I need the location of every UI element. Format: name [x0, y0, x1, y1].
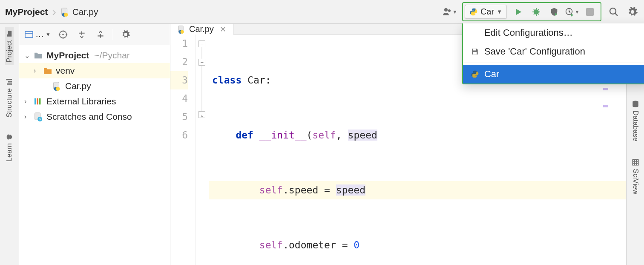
marker[interactable]	[603, 88, 608, 90]
save-icon	[471, 47, 479, 56]
chevron-down-icon: ⌄	[24, 52, 30, 60]
svg-point-18	[56, 87, 60, 91]
svg-rect-12	[6, 79, 12, 80]
folder-icon	[34, 52, 43, 59]
expand-icon[interactable]	[75, 28, 88, 41]
run-config-menu: Edit Configurations… Save 'Car' Configur…	[462, 23, 644, 84]
database-icon	[632, 100, 639, 108]
learn-icon	[6, 133, 13, 141]
top-bar: MyProject › Car.py ▼ Car ▼	[0, 0, 644, 24]
svg-point-9	[610, 8, 616, 14]
rail-sciview[interactable]: SciView	[631, 156, 640, 197]
stop-button[interactable]	[584, 6, 596, 18]
left-rail: Project Structure Learn	[0, 24, 19, 265]
svg-point-3	[444, 8, 448, 12]
chevron-down-icon: ▼	[46, 32, 51, 37]
tree-scratches[interactable]: › Scratches and Conso	[19, 109, 170, 124]
user-icon[interactable]: ▼	[443, 6, 456, 18]
rail-structure[interactable]: Structure	[5, 75, 14, 120]
folder-icon	[43, 67, 52, 75]
chevron-down-icon: ▼	[497, 9, 502, 15]
fold-toggle[interactable]: −	[198, 59, 205, 66]
fold-end[interactable]: ⌞	[198, 111, 205, 118]
rail-database[interactable]: Database	[631, 98, 640, 144]
window-icon	[24, 31, 34, 38]
coverage-button[interactable]	[548, 6, 561, 18]
python-icon	[469, 8, 478, 16]
collapse-icon[interactable]	[94, 28, 107, 41]
tree-external-libs[interactable]: › External Libraries	[19, 94, 170, 109]
scratch-icon	[34, 112, 43, 121]
separator	[113, 29, 113, 40]
save-configuration-item[interactable]: Save 'Car' Configuration	[463, 42, 644, 61]
chevron-right-icon: ›	[24, 98, 30, 105]
project-panel: … ▼ ⌄ MyProject ~/Pychar › venv	[19, 24, 170, 265]
svg-rect-13	[25, 31, 33, 37]
profile-button[interactable]: ▼	[566, 6, 578, 18]
breadcrumb-file[interactable]: Car.py	[60, 7, 98, 17]
top-actions: ▼ Car ▼ ▼	[443, 2, 639, 21]
svg-rect-19	[34, 98, 36, 105]
marker[interactable]	[603, 105, 608, 107]
run-config-group: Car ▼ ▼ Edit Configurations…	[462, 2, 601, 21]
project-view-selector[interactable]: … ▼	[24, 29, 51, 39]
svg-point-4	[448, 9, 451, 12]
tree-venv[interactable]: › venv	[19, 63, 170, 78]
python-file-icon	[52, 81, 62, 91]
chevron-right-icon: ›	[34, 67, 40, 75]
svg-rect-11	[8, 81, 12, 82]
svg-rect-21	[39, 98, 41, 105]
svg-point-15	[63, 34, 63, 35]
close-icon[interactable]: ✕	[220, 25, 226, 34]
fold-toggle[interactable]: −	[198, 40, 205, 47]
tab-car[interactable]: Car.py ✕	[170, 24, 233, 35]
chevron-right-icon: ›	[52, 6, 56, 18]
run-config-dropdown[interactable]: Car ▼	[465, 5, 507, 19]
target-icon[interactable]	[57, 28, 69, 41]
tree-root[interactable]: ⌄ MyProject ~/Pychar	[19, 48, 170, 63]
breadcrumb: MyProject › Car.py	[5, 6, 443, 18]
chevron-right-icon: ›	[24, 113, 30, 121]
project-toolbar: … ▼	[19, 24, 170, 45]
fold-gutter: − − ⌞	[196, 35, 209, 265]
svg-point-26	[181, 30, 184, 33]
search-icon[interactable]	[607, 6, 620, 18]
config-item-car[interactable]: Car	[463, 65, 644, 84]
svg-point-2	[64, 12, 68, 16]
chevron-down-icon: ▼	[575, 9, 580, 14]
tree-file-car[interactable]: Car.py	[19, 78, 170, 94]
python-icon	[471, 70, 479, 78]
python-file-icon	[60, 7, 70, 17]
debug-button[interactable]	[530, 6, 543, 18]
grid-icon	[632, 158, 639, 166]
python-file-icon	[177, 25, 186, 34]
gear-icon[interactable]	[626, 6, 639, 18]
gutter: 1 2 3 4 5 6	[170, 35, 196, 265]
svg-rect-7	[473, 49, 476, 50]
library-icon	[34, 97, 43, 106]
breadcrumb-project[interactable]: MyProject	[5, 7, 48, 17]
folder-icon	[6, 30, 13, 37]
rail-project[interactable]: Project	[5, 27, 14, 65]
edit-configurations-item[interactable]: Edit Configurations…	[463, 23, 644, 42]
project-tree: ⌄ MyProject ~/Pychar › venv Car.py › Ext…	[19, 45, 170, 127]
svg-rect-20	[37, 98, 38, 105]
svg-rect-10	[7, 84, 12, 85]
svg-rect-8	[473, 52, 477, 55]
run-button[interactable]	[512, 6, 525, 18]
structure-icon	[6, 78, 13, 86]
gear-icon[interactable]	[119, 28, 132, 41]
menu-separator	[463, 63, 644, 63]
rail-learn[interactable]: Learn	[5, 130, 14, 164]
